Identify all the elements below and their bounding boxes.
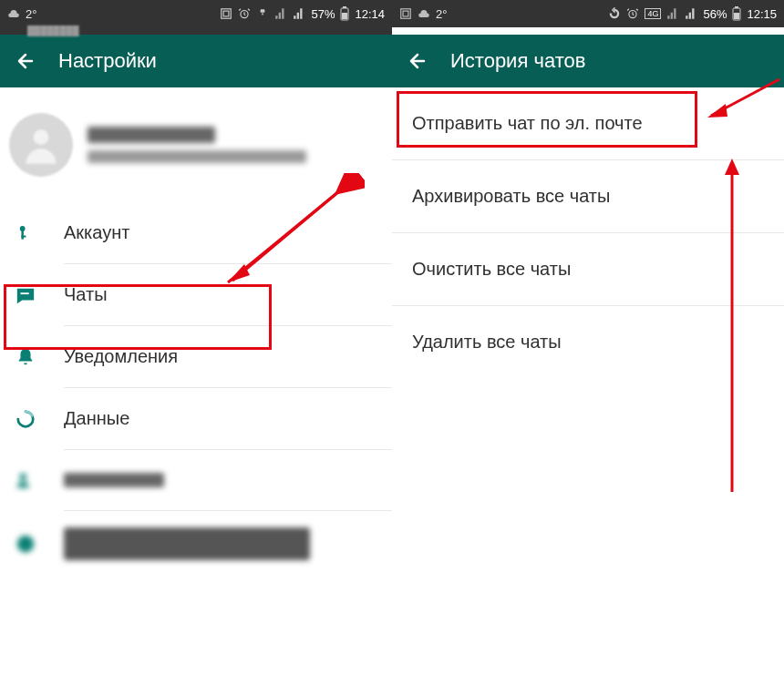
- avatar: [9, 113, 73, 177]
- menu-label: Аккаунт: [64, 222, 129, 243]
- svg-rect-6: [342, 13, 347, 19]
- menu-label: Чаты: [64, 284, 108, 305]
- svg-rect-0: [222, 9, 232, 19]
- battery-percent: 56%: [703, 7, 727, 21]
- svg-rect-9: [21, 230, 24, 239]
- screenshot-icon: [399, 7, 412, 20]
- svg-rect-10: [21, 235, 26, 237]
- svg-point-12: [20, 474, 26, 480]
- signal-icon: [274, 7, 287, 20]
- app-header: Настройки: [0, 35, 392, 87]
- chat-icon: [15, 285, 36, 305]
- item-archive-all[interactable]: Архивировать все чаты: [392, 160, 784, 233]
- screen-chat-history: 2° 4G 56% 12:15 Истори: [392, 0, 784, 696]
- signal-icon-2: [293, 7, 305, 20]
- profile-info: [88, 127, 306, 163]
- menu-notifications[interactable]: Уведомления: [0, 326, 392, 387]
- temperature: 2°: [436, 7, 447, 21]
- menu-label: Данные: [64, 408, 129, 429]
- 4g-icon: 4G: [645, 8, 661, 19]
- help-icon: [15, 534, 36, 554]
- screen-settings: 2° 57% 12:14 ████████: [0, 0, 392, 696]
- item-label: Отправить чат по эл. почте: [412, 113, 643, 133]
- back-button[interactable]: [407, 50, 428, 72]
- item-label: Архивировать все чаты: [412, 186, 610, 206]
- data-usage-icon: [15, 409, 36, 429]
- svg-rect-21: [734, 13, 739, 19]
- menu-account[interactable]: Аккаунт: [0, 202, 392, 263]
- svg-rect-11: [21, 292, 29, 294]
- item-delete-all[interactable]: Удалить все чаты: [392, 306, 784, 378]
- cropped-text: ████████: [27, 26, 79, 36]
- status-bar: 2° 4G 56% 12:15: [392, 0, 784, 27]
- contacts-icon: [15, 470, 36, 490]
- item-clear-all[interactable]: Очистить все чаты: [392, 233, 784, 306]
- alarm-icon: [626, 7, 639, 20]
- battery-percent: 57%: [311, 7, 335, 21]
- svg-rect-16: [401, 9, 411, 19]
- svg-point-7: [34, 129, 49, 145]
- app-header: История чатов: [392, 35, 784, 87]
- svg-rect-17: [403, 11, 408, 16]
- screenshot-icon: [220, 7, 232, 20]
- clock: 12:15: [747, 7, 777, 21]
- svg-rect-5: [343, 6, 346, 8]
- profile-section[interactable]: [0, 87, 392, 202]
- network-icon: [256, 7, 269, 20]
- menu-chats[interactable]: Чаты: [0, 264, 392, 325]
- weather-icon: [418, 7, 430, 20]
- bell-icon: [15, 347, 36, 367]
- page-title: Настройки: [58, 49, 157, 73]
- item-label: Очистить все чаты: [412, 259, 571, 279]
- item-label: Удалить все чаты: [412, 332, 562, 352]
- battery-icon: [732, 6, 741, 21]
- key-icon: [15, 224, 36, 242]
- item-email-chat[interactable]: Отправить чат по эл. почте: [392, 87, 784, 160]
- battery-icon: [340, 6, 349, 21]
- clock: 12:14: [355, 7, 385, 21]
- back-button[interactable]: [15, 50, 36, 72]
- svg-rect-3: [261, 9, 265, 13]
- menu-blurred-1[interactable]: [0, 450, 392, 510]
- menu-data[interactable]: Данные: [0, 388, 392, 449]
- temperature: 2°: [26, 7, 36, 21]
- menu-blurred-2[interactable]: [0, 511, 392, 577]
- page-title: История чатов: [450, 49, 585, 73]
- svg-point-13: [17, 536, 34, 552]
- alarm-icon: [238, 7, 251, 20]
- signal-icon: [666, 7, 679, 20]
- signal-icon-2: [685, 7, 697, 20]
- svg-rect-1: [224, 11, 230, 16]
- status-bar: 2° 57% 12:14: [0, 0, 392, 27]
- svg-rect-20: [735, 6, 738, 8]
- sync-icon: [608, 7, 621, 20]
- weather-icon: [7, 7, 20, 20]
- menu-label: Уведомления: [64, 346, 178, 367]
